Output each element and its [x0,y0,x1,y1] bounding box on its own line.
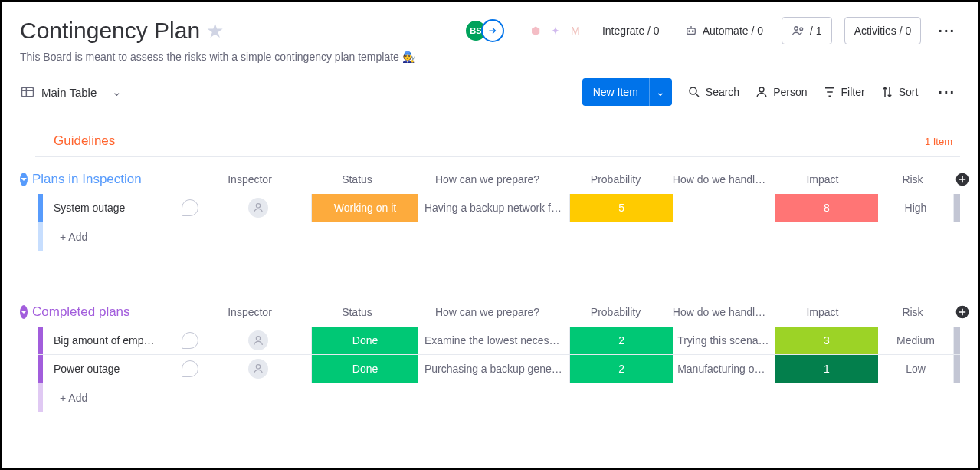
prepare-cell[interactable]: Examine the lowest necessa… [418,327,570,354]
column-probability[interactable]: Probability [564,165,667,194]
svg-point-1 [689,31,690,32]
svg-rect-5 [22,87,34,97]
column-inspector[interactable]: Inspector [196,297,303,327]
toolbar-menu-icon[interactable]: ··· [933,84,960,101]
chat-icon[interactable] [182,332,198,349]
collapse-toggle[interactable] [20,305,28,319]
risk-cell[interactable]: High [878,194,954,222]
table-row[interactable]: Big amount of emp… Done Examine the lowe… [38,327,960,355]
group-title[interactable]: Plans in Inspection [28,172,142,187]
filter-icon [823,85,837,99]
search-icon [687,85,701,99]
column-probability[interactable]: Probability [564,297,667,327]
board-title[interactable]: Contingency Plan [20,18,200,44]
add-item-row[interactable]: + Add [38,383,960,412]
svg-point-11 [257,337,261,340]
new-item-button[interactable]: New Item ⌄ [582,78,672,106]
robot-icon [684,24,698,38]
chat-icon[interactable] [182,199,198,216]
risk-cell[interactable]: Medium [878,327,954,354]
chat-icon[interactable] [182,360,198,377]
status-cell[interactable]: Done [312,327,418,354]
filter-button[interactable]: Filter [823,85,865,99]
prepare-cell[interactable]: Having a backup network for… [418,194,570,222]
impact-cell[interactable]: 8 [775,194,878,222]
column-impact[interactable]: Impact [771,297,874,327]
svg-point-9 [257,204,261,208]
handle-cell[interactable]: Trying this scenario… [673,327,775,354]
impact-cell[interactable]: 3 [775,327,878,354]
group-title-guidelines: Guidelines [54,133,115,149]
handle-cell[interactable] [673,194,775,222]
sort-button[interactable]: Sort [880,85,919,99]
sort-icon [880,85,894,99]
people-icon [792,24,805,38]
column-handle[interactable]: How do we handl… [667,165,771,194]
inspector-cell[interactable] [205,355,312,383]
column-handle[interactable]: How do we handl… [667,297,771,327]
add-column-icon[interactable] [951,165,974,194]
group-title[interactable]: Completed plans [28,304,130,320]
inspector-cell[interactable] [205,327,312,354]
group-guidelines[interactable]: Guidelines 1 Item [35,129,960,157]
add-item-row[interactable]: + Add [38,222,960,251]
handle-cell[interactable]: Manufacturing only… [673,355,775,383]
status-cell[interactable]: Done [312,355,418,383]
members-button[interactable]: / 1 [782,17,832,44]
row-scroll-handle[interactable] [954,194,960,222]
avatar-share-icon [481,19,504,42]
board-members[interactable]: BS [464,19,504,42]
person-icon [248,359,268,379]
column-prepare[interactable]: How can we prepare? [411,165,564,194]
integration-icons: ⬢✦M [527,22,584,39]
column-impact[interactable]: Impact [771,165,874,194]
item-name-cell[interactable]: Power outage [43,355,205,383]
integrate-button[interactable]: Integrate / 0 [596,20,666,41]
person-icon [755,85,769,99]
prepare-cell[interactable]: Purchasing a backup generat… [418,355,570,383]
emoji-icon: 🧑‍🔧 [402,51,415,63]
column-prepare[interactable]: How can we prepare? [411,297,564,327]
automate-button[interactable]: Automate / 0 [678,19,769,42]
probability-cell[interactable]: 2 [570,327,673,354]
column-status[interactable]: Status [303,165,411,194]
svg-point-2 [692,31,693,32]
activities-button[interactable]: Activities / 0 [844,17,922,44]
inspector-cell[interactable] [205,194,312,222]
item-name-cell[interactable]: Big amount of emp… [43,327,205,354]
person-filter-button[interactable]: Person [755,85,807,99]
svg-point-3 [795,27,798,31]
collapse-toggle[interactable] [20,173,28,186]
table-row[interactable]: Power outage Done Purchasing a backup ge… [38,355,960,383]
person-icon [248,198,268,218]
status-cell[interactable]: Working on it [312,194,418,222]
svg-point-7 [759,87,764,92]
board-menu-icon[interactable]: ··· [933,22,960,40]
view-selector[interactable]: Main Table ⌄ [20,84,122,100]
probability-cell[interactable]: 2 [570,355,673,383]
column-risk[interactable]: Risk [874,297,951,327]
svg-point-12 [257,365,261,369]
impact-cell[interactable]: 1 [775,355,878,383]
group-count: 1 Item [925,136,952,147]
board-description[interactable]: This Board is meant to assess the risks … [20,51,399,63]
new-item-dropdown[interactable]: ⌄ [649,78,672,106]
row-scroll-handle[interactable] [954,355,960,383]
favorite-star-icon[interactable]: ★ [206,19,224,43]
svg-point-4 [800,28,803,31]
probability-cell[interactable]: 5 [570,194,673,222]
table-row[interactable]: System outage Working on it Having a bac… [38,194,960,222]
column-risk[interactable]: Risk [874,165,951,194]
column-inspector[interactable]: Inspector [196,165,303,194]
add-column-icon[interactable] [951,297,974,327]
column-status[interactable]: Status [303,297,411,327]
table-icon [20,84,35,100]
svg-point-6 [690,87,696,94]
row-scroll-handle[interactable] [954,327,960,354]
person-icon [248,330,268,350]
item-name-cell[interactable]: System outage [43,194,205,222]
search-button[interactable]: Search [687,85,739,99]
chevron-down-icon: ⌄ [112,85,122,99]
risk-cell[interactable]: Low [878,355,954,383]
